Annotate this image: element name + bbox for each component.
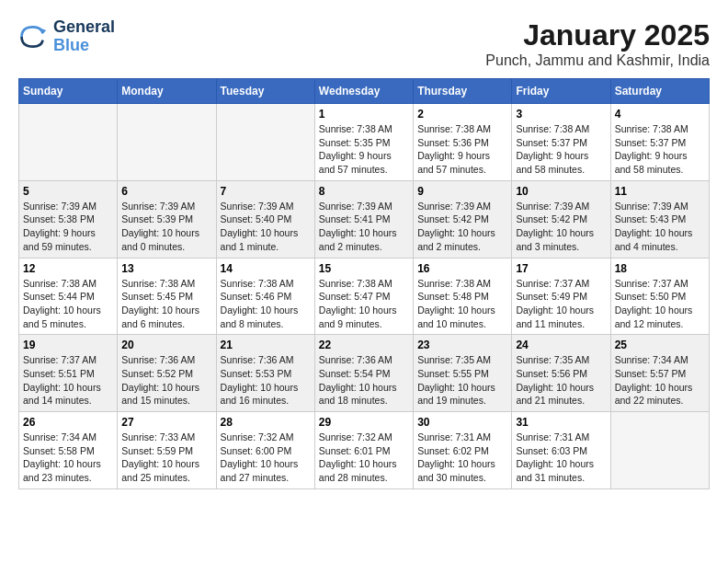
calendar-cell: 17Sunrise: 7:37 AM Sunset: 5:49 PM Dayli… <box>512 258 610 335</box>
calendar-cell: 21Sunrise: 7:36 AM Sunset: 5:53 PM Dayli… <box>216 335 314 412</box>
day-number: 5 <box>23 185 113 198</box>
calendar-cell: 23Sunrise: 7:35 AM Sunset: 5:55 PM Dayli… <box>414 335 512 412</box>
day-number: 23 <box>417 339 507 351</box>
calendar-cell: 19Sunrise: 7:37 AM Sunset: 5:51 PM Dayli… <box>19 335 118 412</box>
day-info: Sunrise: 7:39 AM Sunset: 5:42 PM Dayligh… <box>516 200 606 254</box>
day-number: 17 <box>516 262 606 275</box>
calendar-cell: 29Sunrise: 7:32 AM Sunset: 6:01 PM Dayli… <box>314 412 413 489</box>
day-number: 21 <box>221 339 311 351</box>
calendar-cell: 30Sunrise: 7:31 AM Sunset: 6:02 PM Dayli… <box>414 412 512 489</box>
calendar-table: SundayMondayTuesdayWednesdayThursdayFrid… <box>18 78 710 489</box>
calendar-cell: 28Sunrise: 7:32 AM Sunset: 6:00 PM Dayli… <box>216 412 314 489</box>
day-info: Sunrise: 7:35 AM Sunset: 5:56 PM Dayligh… <box>516 353 606 408</box>
day-info: Sunrise: 7:39 AM Sunset: 5:39 PM Dayligh… <box>121 200 211 254</box>
calendar-cell <box>118 104 216 181</box>
day-info: Sunrise: 7:37 AM Sunset: 5:50 PM Dayligh… <box>615 277 705 331</box>
day-info: Sunrise: 7:38 AM Sunset: 5:44 PM Dayligh… <box>23 277 113 331</box>
day-info: Sunrise: 7:38 AM Sunset: 5:36 PM Dayligh… <box>417 122 507 177</box>
day-number: 31 <box>516 416 606 429</box>
calendar-cell: 18Sunrise: 7:37 AM Sunset: 5:50 PM Dayli… <box>610 258 709 335</box>
calendar-cell: 9Sunrise: 7:39 AM Sunset: 5:42 PM Daylig… <box>414 180 512 258</box>
day-number: 18 <box>615 262 705 275</box>
calendar-header-row: SundayMondayTuesdayWednesdayThursdayFrid… <box>19 79 710 104</box>
calendar-cell: 7Sunrise: 7:39 AM Sunset: 5:40 PM Daylig… <box>216 180 314 258</box>
day-info: Sunrise: 7:35 AM Sunset: 5:55 PM Dayligh… <box>417 353 507 408</box>
day-number: 9 <box>417 185 507 198</box>
day-info: Sunrise: 7:38 AM Sunset: 5:35 PM Dayligh… <box>319 122 409 177</box>
day-info: Sunrise: 7:33 AM Sunset: 5:59 PM Dayligh… <box>121 431 211 485</box>
day-number: 28 <box>221 416 311 429</box>
calendar-week-row: 1Sunrise: 7:38 AM Sunset: 5:35 PM Daylig… <box>19 104 710 181</box>
calendar-cell <box>19 104 118 181</box>
logo-icon <box>18 22 48 52</box>
logo-line2: Blue <box>53 36 89 54</box>
day-info: Sunrise: 7:38 AM Sunset: 5:47 PM Dayligh… <box>319 277 409 331</box>
calendar-cell: 12Sunrise: 7:38 AM Sunset: 5:44 PM Dayli… <box>19 258 118 335</box>
day-number: 26 <box>23 416 113 429</box>
calendar-cell: 20Sunrise: 7:36 AM Sunset: 5:52 PM Dayli… <box>118 335 216 412</box>
day-number: 24 <box>516 339 606 351</box>
day-info: Sunrise: 7:32 AM Sunset: 6:01 PM Dayligh… <box>319 431 409 485</box>
calendar-cell: 4Sunrise: 7:38 AM Sunset: 5:37 PM Daylig… <box>610 104 709 181</box>
calendar-cell: 24Sunrise: 7:35 AM Sunset: 5:56 PM Dayli… <box>512 335 610 412</box>
day-number: 25 <box>615 339 705 351</box>
day-info: Sunrise: 7:38 AM Sunset: 5:46 PM Dayligh… <box>221 277 311 331</box>
day-info: Sunrise: 7:36 AM Sunset: 5:54 PM Dayligh… <box>319 353 409 408</box>
day-info: Sunrise: 7:37 AM Sunset: 5:49 PM Dayligh… <box>516 277 606 331</box>
calendar-header-monday: Monday <box>118 79 216 104</box>
calendar-header-friday: Friday <box>512 79 610 104</box>
calendar-cell: 27Sunrise: 7:33 AM Sunset: 5:59 PM Dayli… <box>118 412 216 489</box>
day-number: 2 <box>417 108 507 121</box>
calendar-cell: 8Sunrise: 7:39 AM Sunset: 5:41 PM Daylig… <box>314 180 413 258</box>
day-number: 19 <box>23 339 113 351</box>
calendar-cell: 14Sunrise: 7:38 AM Sunset: 5:46 PM Dayli… <box>216 258 314 335</box>
day-info: Sunrise: 7:38 AM Sunset: 5:37 PM Dayligh… <box>516 122 606 177</box>
day-number: 22 <box>319 339 409 351</box>
calendar-cell: 1Sunrise: 7:38 AM Sunset: 5:35 PM Daylig… <box>314 104 413 181</box>
calendar-cell: 31Sunrise: 7:31 AM Sunset: 6:03 PM Dayli… <box>512 412 610 489</box>
day-info: Sunrise: 7:31 AM Sunset: 6:03 PM Dayligh… <box>516 431 606 485</box>
day-number: 4 <box>615 108 705 121</box>
day-info: Sunrise: 7:39 AM Sunset: 5:41 PM Dayligh… <box>319 200 409 254</box>
calendar-cell: 10Sunrise: 7:39 AM Sunset: 5:42 PM Dayli… <box>512 180 610 258</box>
logo: General Blue <box>18 18 115 55</box>
calendar-cell: 16Sunrise: 7:38 AM Sunset: 5:48 PM Dayli… <box>414 258 512 335</box>
page-subtitle: Punch, Jammu and Kashmir, India <box>485 52 710 69</box>
calendar-cell: 6Sunrise: 7:39 AM Sunset: 5:39 PM Daylig… <box>118 180 216 258</box>
day-number: 1 <box>319 108 409 121</box>
title-block: January 2025 Punch, Jammu and Kashmir, I… <box>485 18 710 69</box>
day-number: 3 <box>516 108 606 121</box>
calendar-header-tuesday: Tuesday <box>216 79 314 104</box>
day-info: Sunrise: 7:38 AM Sunset: 5:48 PM Dayligh… <box>417 277 507 331</box>
calendar-header-sunday: Sunday <box>19 79 118 104</box>
day-number: 16 <box>417 262 507 275</box>
day-info: Sunrise: 7:38 AM Sunset: 5:45 PM Dayligh… <box>121 277 211 331</box>
calendar-cell <box>610 412 709 489</box>
day-info: Sunrise: 7:36 AM Sunset: 5:52 PM Dayligh… <box>121 353 211 408</box>
day-number: 13 <box>121 262 211 275</box>
day-info: Sunrise: 7:39 AM Sunset: 5:42 PM Dayligh… <box>417 200 507 254</box>
day-info: Sunrise: 7:31 AM Sunset: 6:02 PM Dayligh… <box>417 431 507 485</box>
day-info: Sunrise: 7:39 AM Sunset: 5:38 PM Dayligh… <box>23 200 113 254</box>
calendar-cell <box>216 104 314 181</box>
calendar-header-thursday: Thursday <box>414 79 512 104</box>
calendar-cell: 2Sunrise: 7:38 AM Sunset: 5:36 PM Daylig… <box>414 104 512 181</box>
day-number: 12 <box>23 262 113 275</box>
calendar-cell: 3Sunrise: 7:38 AM Sunset: 5:37 PM Daylig… <box>512 104 610 181</box>
day-number: 14 <box>221 262 311 275</box>
calendar-cell: 25Sunrise: 7:34 AM Sunset: 5:57 PM Dayli… <box>610 335 709 412</box>
day-number: 11 <box>615 185 705 198</box>
page-header: General Blue January 2025 Punch, Jammu a… <box>18 18 710 69</box>
calendar-week-row: 12Sunrise: 7:38 AM Sunset: 5:44 PM Dayli… <box>19 258 710 335</box>
calendar-week-row: 5Sunrise: 7:39 AM Sunset: 5:38 PM Daylig… <box>19 180 710 258</box>
day-info: Sunrise: 7:39 AM Sunset: 5:43 PM Dayligh… <box>615 200 705 254</box>
logo-text: General Blue <box>53 18 115 55</box>
calendar-cell: 26Sunrise: 7:34 AM Sunset: 5:58 PM Dayli… <box>19 412 118 489</box>
day-info: Sunrise: 7:38 AM Sunset: 5:37 PM Dayligh… <box>615 122 705 177</box>
day-number: 27 <box>121 416 211 429</box>
page-title: January 2025 <box>485 18 710 52</box>
calendar-cell: 5Sunrise: 7:39 AM Sunset: 5:38 PM Daylig… <box>19 180 118 258</box>
calendar-week-row: 19Sunrise: 7:37 AM Sunset: 5:51 PM Dayli… <box>19 335 710 412</box>
day-number: 29 <box>319 416 409 429</box>
calendar-cell: 13Sunrise: 7:38 AM Sunset: 5:45 PM Dayli… <box>118 258 216 335</box>
